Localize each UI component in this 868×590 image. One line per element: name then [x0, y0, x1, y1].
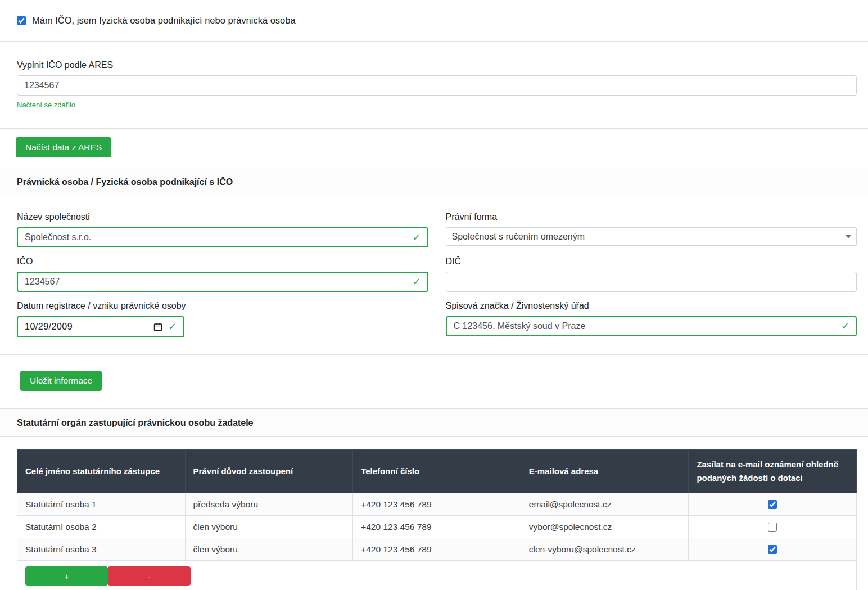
load-ares-button[interactable]: Načíst data z ARES — [16, 137, 111, 157]
calendar-icon[interactable] — [153, 322, 162, 331]
cell-name: Statutární osoba 3 — [17, 538, 186, 561]
have-ico-checkbox[interactable] — [17, 16, 26, 25]
ares-lookup-section: Vyplnit IČO podle ARES Načtení se zdařil… — [0, 42, 868, 129]
table-row: Statutární osoba 3 člen výboru +420 123 … — [17, 538, 857, 561]
company-name-label: Název společnosti — [17, 212, 428, 222]
company-name-field: Název společnosti ✓ — [17, 212, 428, 247]
registration-date-input[interactable]: 10/29/2009 ✓ — [17, 316, 184, 337]
valid-check-icon: ✓ — [168, 322, 177, 332]
statutory-table: Celé jméno statutárního zástupce Právní … — [17, 449, 857, 590]
registration-date-value[interactable]: 10/29/2009 — [25, 322, 148, 332]
file-number-field: Spisová značka / Živnostenský úřad ✓ — [446, 301, 857, 337]
cell-email: vybor@spolecnost.cz — [521, 516, 689, 538]
remove-row-button[interactable]: - — [108, 566, 191, 586]
ares-button-section: Načíst data z ARES — [0, 129, 868, 168]
cell-phone: +420 123 456 789 — [353, 516, 521, 538]
legal-form-select[interactable]: Společnost s ručením omezeným — [446, 227, 857, 246]
file-number-input[interactable] — [446, 316, 857, 336]
notify-checkbox[interactable] — [768, 545, 777, 554]
table-header-phone: Telefonní číslo — [353, 450, 521, 493]
statutory-table-wrap: Celé jméno statutárního zástupce Právní … — [0, 437, 868, 590]
ico-field: IČO ✓ — [17, 256, 428, 292]
table-row: Statutární osoba 1 předseda výboru +420 … — [17, 493, 857, 516]
save-info-button[interactable]: Uložit informace — [20, 371, 102, 391]
cell-reason: člen výboru — [185, 538, 353, 561]
table-header-email: E-mailová adresa — [521, 450, 689, 493]
company-name-input[interactable] — [17, 227, 428, 247]
legal-form-field: Právní forma Společnost s ručením omezen… — [446, 212, 857, 247]
cell-phone: +420 123 456 789 — [353, 493, 521, 516]
notify-checkbox[interactable] — [768, 523, 777, 532]
dic-field: DIČ — [446, 256, 857, 292]
add-row-button[interactable]: + — [25, 566, 108, 586]
ares-status-text: Načtení se zdařilo — [17, 101, 857, 109]
notify-checkbox[interactable] — [768, 500, 777, 509]
table-header-notify: Zasílat na e-mail oznámení ohledně podan… — [689, 450, 857, 493]
ares-ico-input[interactable] — [17, 75, 857, 96]
table-header-name: Celé jméno statutárního zástupce — [17, 450, 186, 493]
cell-name: Statutární osoba 2 — [17, 516, 186, 538]
cell-email: email@spolecnost.cz — [521, 493, 689, 516]
table-actions-row: + - — [17, 561, 857, 590]
save-section: Uložit informace — [0, 355, 868, 400]
have-ico-section: Mám IČO, jsem fyzická osoba podnikající … — [0, 0, 868, 42]
ares-ico-label: Vyplnit IČO podle ARES — [17, 60, 857, 70]
dic-label: DIČ — [446, 256, 857, 267]
cell-reason: předseda výboru — [185, 493, 353, 516]
dic-input[interactable] — [446, 272, 857, 292]
registration-date-field: Datum registrace / vzniku právnické osob… — [17, 301, 428, 337]
file-number-label: Spisová značka / Živnostenský úřad — [446, 301, 857, 311]
ico-input[interactable] — [17, 272, 428, 292]
have-ico-label[interactable]: Mám IČO, jsem fyzická osoba podnikající … — [32, 15, 296, 26]
table-row: Statutární osoba 2 člen výboru +420 123 … — [17, 516, 857, 538]
company-form-section: Název společnosti ✓ Právní forma Společn… — [0, 196, 868, 355]
table-header-row: Celé jméno statutárního zástupce Právní … — [17, 450, 857, 493]
cell-reason: člen výboru — [185, 516, 353, 538]
cell-phone: +420 123 456 789 — [353, 538, 521, 561]
section-gap — [0, 400, 868, 408]
cell-name: Statutární osoba 1 — [17, 493, 186, 516]
cell-email: clen-vyboru@spolecnost.cz — [521, 538, 689, 561]
statutory-section-title: Statutární orgán zastupující právnickou … — [0, 408, 868, 437]
registration-date-label: Datum registrace / vzniku právnické osob… — [17, 301, 428, 311]
table-header-reason: Právní důvod zastoupení — [185, 450, 353, 493]
ico-label: IČO — [17, 256, 428, 267]
legal-form-label: Právní forma — [446, 212, 857, 222]
company-section-title: Právnická osoba / Fyzická osoba podnikaj… — [0, 168, 868, 196]
